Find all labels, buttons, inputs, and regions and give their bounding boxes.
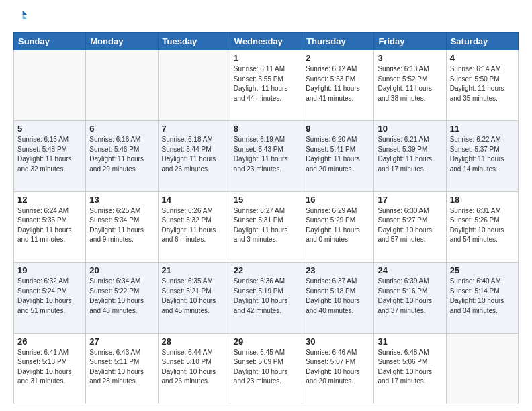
day-cell: 26Sunrise: 6:41 AM Sunset: 5:13 PM Dayli… — [14, 333, 86, 404]
week-row-4: 19Sunrise: 6:32 AM Sunset: 5:24 PM Dayli… — [14, 263, 519, 333]
day-cell: 12Sunrise: 6:24 AM Sunset: 5:36 PM Dayli… — [14, 191, 86, 262]
weekday-header-thursday: Thursday — [302, 33, 374, 50]
week-row-3: 12Sunrise: 6:24 AM Sunset: 5:36 PM Dayli… — [14, 191, 519, 262]
day-info: Sunrise: 6:15 AM Sunset: 5:48 PM Dayligh… — [17, 135, 82, 174]
day-cell: 14Sunrise: 6:26 AM Sunset: 5:32 PM Dayli… — [158, 191, 230, 262]
day-cell — [158, 50, 230, 121]
day-cell: 9Sunrise: 6:20 AM Sunset: 5:41 PM Daylig… — [302, 121, 374, 191]
day-cell: 17Sunrise: 6:30 AM Sunset: 5:27 PM Dayli… — [374, 191, 446, 262]
day-number: 22 — [234, 265, 298, 275]
day-info: Sunrise: 6:32 AM Sunset: 5:24 PM Dayligh… — [17, 277, 82, 316]
day-number: 15 — [234, 195, 298, 205]
day-info: Sunrise: 6:24 AM Sunset: 5:36 PM Dayligh… — [17, 206, 82, 245]
header — [13, 11, 519, 26]
weekday-header-saturday: Saturday — [446, 33, 518, 50]
day-info: Sunrise: 6:11 AM Sunset: 5:55 PM Dayligh… — [234, 64, 298, 103]
day-number: 6 — [89, 124, 154, 134]
day-number: 29 — [234, 336, 298, 347]
day-cell: 11Sunrise: 6:22 AM Sunset: 5:37 PM Dayli… — [446, 121, 518, 191]
page: SundayMondayTuesdayWednesdayThursdayFrid… — [0, 0, 532, 411]
day-number: 30 — [306, 336, 370, 347]
day-number: 24 — [378, 265, 442, 275]
day-number: 26 — [17, 336, 82, 347]
day-cell: 18Sunrise: 6:31 AM Sunset: 5:26 PM Dayli… — [446, 191, 518, 262]
logo-icon — [15, 9, 28, 23]
day-number: 14 — [162, 195, 226, 205]
day-info: Sunrise: 6:43 AM Sunset: 5:11 PM Dayligh… — [89, 348, 154, 387]
day-info: Sunrise: 6:46 AM Sunset: 5:07 PM Dayligh… — [306, 348, 370, 387]
day-cell: 6Sunrise: 6:16 AM Sunset: 5:46 PM Daylig… — [86, 121, 158, 191]
day-number: 8 — [234, 124, 298, 134]
day-cell: 19Sunrise: 6:32 AM Sunset: 5:24 PM Dayli… — [14, 263, 86, 333]
day-info: Sunrise: 6:19 AM Sunset: 5:43 PM Dayligh… — [234, 135, 298, 174]
day-cell: 7Sunrise: 6:18 AM Sunset: 5:44 PM Daylig… — [158, 121, 230, 191]
day-cell: 28Sunrise: 6:44 AM Sunset: 5:10 PM Dayli… — [158, 333, 230, 404]
day-cell: 23Sunrise: 6:37 AM Sunset: 5:18 PM Dayli… — [302, 263, 374, 333]
day-info: Sunrise: 6:16 AM Sunset: 5:46 PM Dayligh… — [89, 135, 154, 174]
day-cell: 3Sunrise: 6:13 AM Sunset: 5:52 PM Daylig… — [374, 50, 446, 121]
day-number: 25 — [450, 265, 515, 275]
day-info: Sunrise: 6:37 AM Sunset: 5:18 PM Dayligh… — [306, 277, 370, 316]
day-cell: 16Sunrise: 6:29 AM Sunset: 5:29 PM Dayli… — [302, 191, 374, 262]
day-number: 1 — [234, 53, 298, 63]
day-cell — [86, 50, 158, 121]
day-number: 19 — [17, 265, 82, 275]
calendar-table: SundayMondayTuesdayWednesdayThursdayFrid… — [13, 32, 519, 404]
weekday-header-wednesday: Wednesday — [230, 33, 302, 50]
weekday-header-row: SundayMondayTuesdayWednesdayThursdayFrid… — [14, 33, 519, 50]
weekday-header-tuesday: Tuesday — [158, 33, 230, 50]
weekday-header-sunday: Sunday — [14, 33, 86, 50]
day-cell: 25Sunrise: 6:40 AM Sunset: 5:14 PM Dayli… — [446, 263, 518, 333]
day-info: Sunrise: 6:26 AM Sunset: 5:32 PM Dayligh… — [162, 206, 226, 245]
day-info: Sunrise: 6:18 AM Sunset: 5:44 PM Dayligh… — [162, 135, 226, 174]
day-cell — [446, 333, 518, 404]
day-info: Sunrise: 6:44 AM Sunset: 5:10 PM Dayligh… — [162, 348, 226, 387]
day-cell: 2Sunrise: 6:12 AM Sunset: 5:53 PM Daylig… — [302, 50, 374, 121]
day-cell: 10Sunrise: 6:21 AM Sunset: 5:39 PM Dayli… — [374, 121, 446, 191]
day-info: Sunrise: 6:25 AM Sunset: 5:34 PM Dayligh… — [89, 206, 154, 245]
day-info: Sunrise: 6:27 AM Sunset: 5:31 PM Dayligh… — [234, 206, 298, 245]
day-info: Sunrise: 6:13 AM Sunset: 5:52 PM Dayligh… — [378, 64, 442, 103]
day-number: 20 — [89, 265, 154, 275]
day-cell: 8Sunrise: 6:19 AM Sunset: 5:43 PM Daylig… — [230, 121, 302, 191]
day-number: 2 — [306, 53, 370, 63]
day-info: Sunrise: 6:48 AM Sunset: 5:06 PM Dayligh… — [378, 348, 442, 387]
day-number: 18 — [450, 195, 515, 205]
day-cell: 5Sunrise: 6:15 AM Sunset: 5:48 PM Daylig… — [14, 121, 86, 191]
day-cell: 13Sunrise: 6:25 AM Sunset: 5:34 PM Dayli… — [86, 191, 158, 262]
day-number: 21 — [162, 265, 226, 275]
day-cell: 21Sunrise: 6:35 AM Sunset: 5:21 PM Dayli… — [158, 263, 230, 333]
day-info: Sunrise: 6:14 AM Sunset: 5:50 PM Dayligh… — [450, 64, 515, 103]
day-cell: 31Sunrise: 6:48 AM Sunset: 5:06 PM Dayli… — [374, 333, 446, 404]
day-number: 7 — [162, 124, 226, 134]
day-cell: 29Sunrise: 6:45 AM Sunset: 5:09 PM Dayli… — [230, 333, 302, 404]
week-row-2: 5Sunrise: 6:15 AM Sunset: 5:48 PM Daylig… — [14, 121, 519, 191]
day-number: 13 — [89, 195, 154, 205]
day-info: Sunrise: 6:34 AM Sunset: 5:22 PM Dayligh… — [89, 277, 154, 316]
logo — [13, 11, 28, 26]
day-number: 9 — [306, 124, 370, 134]
day-cell: 4Sunrise: 6:14 AM Sunset: 5:50 PM Daylig… — [446, 50, 518, 121]
weekday-header-friday: Friday — [374, 33, 446, 50]
day-info: Sunrise: 6:31 AM Sunset: 5:26 PM Dayligh… — [450, 206, 515, 245]
week-row-5: 26Sunrise: 6:41 AM Sunset: 5:13 PM Dayli… — [14, 333, 519, 404]
day-cell: 27Sunrise: 6:43 AM Sunset: 5:11 PM Dayli… — [86, 333, 158, 404]
day-number: 3 — [378, 53, 442, 63]
day-info: Sunrise: 6:20 AM Sunset: 5:41 PM Dayligh… — [306, 135, 370, 174]
day-cell: 1Sunrise: 6:11 AM Sunset: 5:55 PM Daylig… — [230, 50, 302, 121]
day-number: 27 — [89, 336, 154, 347]
day-cell: 15Sunrise: 6:27 AM Sunset: 5:31 PM Dayli… — [230, 191, 302, 262]
day-number: 4 — [450, 53, 515, 63]
day-cell: 22Sunrise: 6:36 AM Sunset: 5:19 PM Dayli… — [230, 263, 302, 333]
day-info: Sunrise: 6:40 AM Sunset: 5:14 PM Dayligh… — [450, 277, 515, 316]
svg-marker-1 — [23, 15, 28, 19]
day-cell: 20Sunrise: 6:34 AM Sunset: 5:22 PM Dayli… — [86, 263, 158, 333]
day-number: 10 — [378, 124, 442, 134]
day-number: 31 — [378, 336, 442, 347]
day-number: 12 — [17, 195, 82, 205]
day-number: 11 — [450, 124, 515, 134]
day-number: 23 — [306, 265, 370, 275]
day-cell — [14, 50, 86, 121]
svg-marker-0 — [23, 11, 28, 15]
day-cell: 24Sunrise: 6:39 AM Sunset: 5:16 PM Dayli… — [374, 263, 446, 333]
